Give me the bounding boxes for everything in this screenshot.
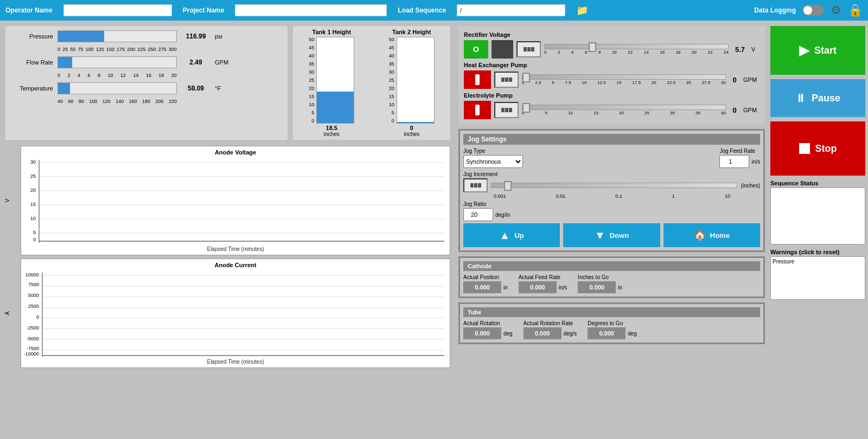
- rectifier-slider-container: 024681012141618202224: [544, 44, 729, 55]
- jog-ratio-row: Jog Ratio deg/in: [463, 201, 760, 221]
- controls-area: Rectifier Voltage O: [458, 26, 765, 434]
- flowrate-bar-container: [58, 56, 177, 68]
- rectifier-slider-track[interactable]: [544, 44, 729, 49]
- anode-voltage-title: Anode Voltage: [24, 149, 447, 156]
- tube-rotation-value: 0.000: [463, 327, 501, 339]
- rectifier-section: Rectifier Voltage O: [464, 31, 760, 59]
- operator-name-label: Operator Name: [5, 7, 53, 14]
- heat-exchanger-unit: GPM: [743, 76, 760, 83]
- cathode-header: Cathode: [463, 261, 760, 271]
- jog-settings-header: Jog Settings: [463, 134, 760, 145]
- jog-buttons-row: ▲ Up ▼ Down 🏠 Home: [463, 223, 760, 247]
- jog-ratio-label: Jog Ratio: [463, 201, 510, 207]
- svg-text:20: 20: [30, 188, 36, 193]
- jog-feed-rate-input[interactable]: [719, 155, 749, 168]
- cathode-inches-to-go-row: 0.000 in: [578, 281, 622, 293]
- electrolyte-unit: GPM: [743, 107, 760, 113]
- heat-exchanger-switch[interactable]: [464, 70, 491, 89]
- electrolyte-slider-container: 0510152025303540: [522, 105, 726, 115]
- cathode-actual-position-label: Actual Position: [463, 274, 508, 280]
- anode-voltage-xlabel: Elapsed Time (minutes): [24, 246, 447, 252]
- jog-feed-rate-unit: in/s: [751, 159, 760, 165]
- tank1-bar-container: [316, 37, 354, 124]
- home-icon: 🏠: [694, 229, 706, 241]
- sequence-status-box[interactable]: [770, 188, 865, 244]
- jog-type-select[interactable]: Synchronous: [463, 155, 523, 168]
- heat-exchanger-slider-thumb[interactable]: [522, 73, 530, 82]
- tube-rotation-row: 0.000 deg: [463, 327, 513, 339]
- anode-charts: V Anode Voltage 30 25 20 15 10 5 0: [5, 146, 450, 368]
- jog-ratio-input[interactable]: [463, 208, 493, 221]
- heat-exchanger-title: Heat Exchanger Pump: [464, 62, 760, 68]
- data-logging-toggle[interactable]: [802, 5, 824, 16]
- data-logging-label: Data Logging: [754, 7, 796, 14]
- tank1-column: Tank 1 Height 50454035302520151050 18.5: [296, 29, 368, 137]
- flowrate-label: Flow Rate: [10, 59, 53, 66]
- jog-feed-rate-col: Jog Feed Rate in/s: [719, 148, 760, 168]
- jog-home-button[interactable]: 🏠 Home: [663, 223, 760, 247]
- jog-up-label: Up: [514, 231, 524, 240]
- jog-ratio-input-row: deg/in: [463, 208, 510, 221]
- electrolyte-section: Electrolyte Pump: [464, 92, 760, 119]
- pause-button[interactable]: ⏸ Pause: [770, 79, 865, 117]
- warnings-section: Warnings (click to reset) Pressure: [770, 249, 865, 300]
- heat-exchanger-slider-track[interactable]: [522, 74, 726, 80]
- cathode-actual-position-unit: in: [503, 285, 508, 290]
- jog-home-label: Home: [710, 231, 730, 240]
- electrolyte-title: Electrolyte Pump: [464, 92, 760, 99]
- jog-top-row: Jog Type Synchronous Jog Feed Rate in/s: [463, 148, 760, 168]
- heat-exchanger-mini-display: [494, 72, 519, 88]
- tank1-value: 18.5: [326, 125, 337, 131]
- load-sequence-input[interactable]: [457, 4, 565, 16]
- jog-settings-panel: Jog Settings Jog Type Synchronous Jog Fe…: [458, 129, 765, 252]
- tube-data-row: Actual Rotation 0.000 deg Actual Rotatio…: [463, 320, 760, 339]
- electrolyte-slider-thumb[interactable]: [522, 103, 530, 113]
- main-content: Pressure 116.99 psi 02550751001251501752…: [0, 21, 868, 439]
- cathode-inches-to-go-unit: in: [618, 285, 622, 290]
- start-play-icon: ▶: [799, 43, 809, 58]
- start-button[interactable]: ▶ Start: [770, 26, 865, 75]
- project-name-input[interactable]: [235, 4, 387, 16]
- rectifier-title: Rectifier Voltage: [464, 31, 760, 38]
- stop-button[interactable]: Stop: [770, 121, 865, 176]
- buttons-area: ▶ Start ⏸ Pause Stop Sequence Status War…: [770, 26, 865, 434]
- temperature-bar-container: [58, 82, 177, 94]
- electrolyte-slider-track[interactable]: [522, 105, 726, 110]
- jog-increment-label: Jog Increment: [463, 171, 760, 177]
- tank2-bar: [397, 122, 434, 123]
- flowrate-gauge-row: Flow Rate 2.49 GPM: [10, 56, 283, 68]
- warnings-box[interactable]: Pressure: [770, 256, 865, 300]
- rectifier-on-button[interactable]: O: [464, 40, 488, 59]
- tank1-unit: inches: [324, 131, 340, 137]
- svg-text:25: 25: [30, 173, 36, 179]
- pressure-gauge-row: Pressure 116.99 psi: [10, 30, 283, 42]
- jog-down-button[interactable]: ▼ Down: [563, 223, 660, 247]
- settings-gear-icon[interactable]: ⚙: [831, 3, 841, 17]
- rectifier-off-button[interactable]: [492, 40, 513, 59]
- cathode-actual-position: Actual Position 0.000 in: [463, 274, 508, 293]
- rectifier-mini-display: [516, 41, 541, 57]
- sequence-status-label: Sequence Status: [770, 180, 865, 186]
- tube-degrees-label: Degrees to Go: [588, 320, 637, 326]
- temperature-label: Temperature: [10, 85, 53, 92]
- pressure-bar-container: [58, 30, 177, 42]
- right-panel: Rectifier Voltage O: [456, 21, 868, 439]
- pause-button-label: Pause: [812, 93, 840, 104]
- jog-ratio-col: Jog Ratio deg/in: [463, 201, 510, 221]
- operator-name-input[interactable]: [63, 4, 172, 16]
- jog-increment-section: Jog Increment (inches): [463, 171, 760, 199]
- sequence-status-section: Sequence Status: [770, 180, 865, 244]
- svg-text:-5000: -5000: [27, 336, 39, 341]
- gauges-section: Pressure 116.99 psi 02550751001251501752…: [5, 26, 288, 140]
- rectifier-slider-thumb[interactable]: [589, 42, 596, 52]
- rectifier-value: 5.7: [732, 46, 748, 54]
- jog-increment-thumb[interactable]: [504, 181, 512, 191]
- svg-text:10000: 10000: [25, 272, 39, 277]
- jog-up-button[interactable]: ▲ Up: [463, 223, 560, 247]
- electrolyte-switch[interactable]: [464, 101, 491, 119]
- lock-icon[interactable]: 🔒: [848, 3, 863, 17]
- jog-increment-slider[interactable]: [491, 183, 737, 188]
- electrolyte-controls-row: 0510152025303540 0 GPM: [464, 101, 760, 119]
- instrument-panel: Rectifier Voltage O: [458, 26, 765, 125]
- folder-icon[interactable]: 📁: [576, 4, 588, 16]
